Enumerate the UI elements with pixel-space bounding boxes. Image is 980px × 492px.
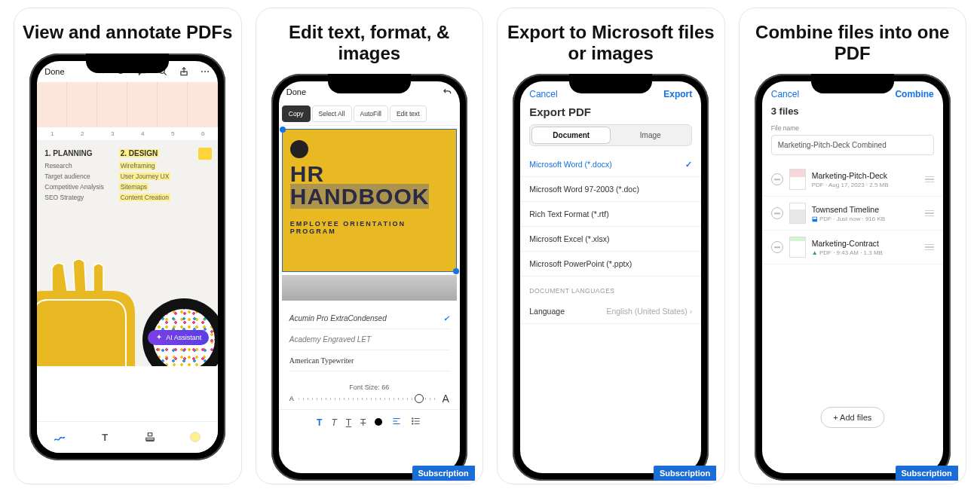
done-button[interactable]: Done: [44, 67, 64, 76]
timeline-numbers: 123456: [37, 127, 218, 140]
promo-card-combine: Combine files into one PDF Cancel Combin…: [739, 8, 967, 484]
select-all-button[interactable]: Select All: [312, 105, 352, 122]
document-cover[interactable]: HRHANDBOOK EMPLOYEE ORIENTATION PROGRAM: [282, 129, 457, 272]
slider-knob[interactable]: [415, 394, 424, 403]
selection-handle-icon[interactable]: [280, 127, 286, 133]
edit-text-button[interactable]: Edit text: [390, 105, 427, 122]
cloud-icon: ▲: [812, 249, 818, 256]
svg-point-7: [412, 423, 413, 424]
format-option[interactable]: Microsoft Word 97-2003 (*.doc): [520, 177, 701, 202]
font-list: Acumin Pro ExtraCondensed✓ Academy Engra…: [279, 301, 460, 379]
drag-handle-icon[interactable]: [925, 244, 934, 251]
file-row: Marketing-Pitch-Deck PDF · Aug 17, 2023 …: [762, 163, 943, 197]
cover-subtitle: EMPLOYEE ORIENTATION PROGRAM: [290, 220, 449, 235]
page-title: Export PDF: [520, 102, 701, 124]
font-option[interactable]: Academy Engraved LET: [289, 329, 449, 350]
file-meta: ⬓ PDF · Just now · 916 KB: [812, 215, 885, 222]
chevron-right-icon: ›: [690, 307, 693, 316]
tab-document[interactable]: Document: [531, 127, 611, 144]
svg-point-2: [201, 71, 203, 72]
copy-button[interactable]: Copy: [282, 105, 311, 122]
ai-assistant-button[interactable]: AI Assistant: [148, 330, 209, 345]
file-title: Marketing-Contract: [812, 239, 883, 248]
phone-notch: [569, 74, 652, 93]
format-option[interactable]: Microsoft Word (*.docx)✓: [520, 152, 701, 177]
list-icon[interactable]: [411, 416, 421, 429]
filename-input[interactable]: Marketing-Pitch-Deck Combined: [771, 135, 934, 155]
phone-notch: [811, 74, 894, 93]
color-tool-icon[interactable]: [188, 430, 202, 444]
phone-screen: Done Copy Select All AutoFill Edit text …: [279, 81, 460, 473]
format-option[interactable]: Microsoft Excel (*.xlsx): [520, 227, 701, 252]
promo-card-edit: Edit text, format, & images Done Copy Se…: [256, 8, 484, 484]
add-files-button[interactable]: + Add files: [820, 407, 884, 428]
more-icon[interactable]: [200, 66, 210, 77]
bold-icon[interactable]: T: [317, 417, 322, 428]
cover-title: HRHANDBOOK: [290, 163, 449, 208]
svg-point-3: [204, 71, 206, 72]
subscription-badge: Subscription: [896, 466, 958, 481]
undo-icon[interactable]: [442, 87, 452, 97]
font-option[interactable]: American Typewriter: [289, 350, 449, 371]
tab-image[interactable]: Image: [611, 127, 690, 144]
cancel-button[interactable]: Cancel: [771, 89, 799, 99]
color-icon[interactable]: [375, 417, 382, 428]
italic-icon[interactable]: T: [331, 417, 336, 428]
file-title: Marketing-Pitch-Deck: [812, 171, 889, 180]
file-row: Marketing-Contract ▲ PDF · 9:43 AM · 1.3…: [762, 231, 943, 264]
done-button[interactable]: Done: [286, 87, 306, 96]
stamp-tool-icon[interactable]: [143, 430, 157, 444]
headline: View and annotate PDFs: [23, 22, 232, 43]
align-icon[interactable]: [391, 416, 402, 429]
sticky-note-icon[interactable]: [198, 148, 212, 160]
remove-icon[interactable]: [771, 173, 783, 185]
selection-handle-icon[interactable]: [453, 268, 459, 274]
phone-frame: Done Copy Select All AutoFill Edit text …: [271, 74, 467, 481]
timeline-header: [37, 82, 218, 127]
phone-screen: Cancel Combine 3 files File name Marketi…: [762, 81, 943, 473]
language-row[interactable]: Language English (United States) ›: [520, 299, 701, 324]
remove-icon[interactable]: [771, 207, 783, 219]
file-count: 3 files: [762, 102, 943, 124]
autofill-button[interactable]: AutoFill: [354, 105, 388, 122]
phone-frame: Done 123456: [29, 53, 225, 460]
share-icon[interactable]: [179, 66, 189, 77]
file-thumbnail: [789, 237, 806, 258]
export-button[interactable]: Export: [663, 89, 692, 99]
font-size-label: Font Size: 66: [279, 379, 460, 393]
file-title: Townsend Timeline: [812, 205, 885, 214]
underline-icon[interactable]: T: [346, 417, 351, 428]
document-image: [282, 275, 457, 301]
format-toolbar: T T T T: [279, 409, 460, 435]
strike-icon[interactable]: T: [360, 417, 366, 428]
drag-handle-icon[interactable]: [925, 210, 934, 217]
planning-column: 1. PLANNING Research Target audience Com…: [44, 149, 103, 204]
draw-tool-icon[interactable]: [53, 430, 66, 444]
drag-handle-icon[interactable]: [925, 176, 934, 183]
headline: Edit text, format, & images: [264, 22, 476, 63]
text-tool-icon[interactable]: T: [98, 430, 112, 444]
font-size-slider[interactable]: A A: [279, 393, 460, 409]
font-option[interactable]: Acumin Pro ExtraCondensed✓: [289, 308, 449, 329]
format-option[interactable]: Microsoft PowerPoint (*.pptx): [520, 252, 701, 277]
design-column: 2. DESIGN Wireframing User Journey UX Si…: [119, 149, 171, 204]
file-row: Townsend Timeline ⬓ PDF · Just now · 916…: [762, 197, 943, 231]
promo-card-export: Export to Microsoft files or images Canc…: [497, 8, 725, 484]
phone-screen: Cancel Export Export PDF Document Image …: [520, 81, 701, 473]
file-meta: PDF · Aug 17, 2023 · 2.5 MB: [812, 182, 889, 188]
phone-frame: Cancel Combine 3 files File name Marketi…: [755, 74, 951, 481]
file-thumbnail: [789, 169, 806, 190]
file-meta: ▲ PDF · 9:43 AM · 1.3 MB: [812, 249, 883, 256]
remove-icon[interactable]: [771, 241, 783, 253]
bottom-toolbar: T: [37, 421, 218, 453]
context-menu: Copy Select All AutoFill Edit text: [279, 102, 460, 126]
segmented-control: Document Image: [529, 124, 692, 146]
cancel-button[interactable]: Cancel: [529, 89, 557, 99]
subscription-badge: Subscription: [412, 466, 475, 481]
cover-avatar: [290, 140, 308, 158]
promo-card-annotate: View and annotate PDFs Done: [14, 8, 242, 484]
subscription-badge: Subscription: [654, 466, 716, 481]
combine-button[interactable]: Combine: [895, 89, 933, 99]
format-option[interactable]: Rich Text Format (*.rtf): [520, 202, 701, 227]
phone-frame: Cancel Export Export PDF Document Image …: [513, 74, 709, 481]
